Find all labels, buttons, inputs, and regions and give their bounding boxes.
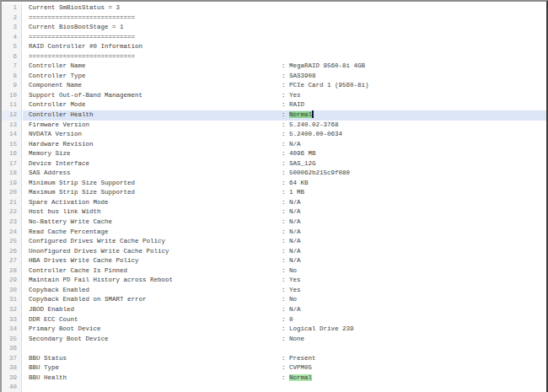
- log-line-content: RAID Controller #0 Information: [23, 42, 546, 52]
- field-value: 500062b215c9f080: [289, 169, 350, 176]
- log-line[interactable]: BBU Health: Normal39: [2, 373, 546, 384]
- line-number: 31: [2, 295, 22, 305]
- log-line[interactable]: Controller Type: SAS39088: [2, 72, 546, 82]
- log-line-content: Controller Health: Normal: [23, 110, 546, 121]
- log-line[interactable]: RAID Controller #0 Information5: [2, 42, 546, 52]
- log-line[interactable]: Controller Health: Normal12: [2, 110, 546, 121]
- log-line[interactable]: Firmware Version: 5.240.02-376813: [2, 121, 546, 131]
- log-line-content: Component Name: PCIe Card 1 (9560-8i): [23, 81, 546, 91]
- log-line-content: [23, 383, 546, 392]
- field-label: JBOD Enabled: [29, 305, 74, 315]
- line-number: 19: [2, 179, 22, 189]
- log-line[interactable]: Maximum Strip Size Supported: 1 MB20: [2, 188, 546, 198]
- field-value: CVPM05: [289, 364, 312, 371]
- line-number: 5: [2, 42, 22, 52]
- log-line[interactable]: Device Interface: SAS_12G17: [2, 159, 546, 169]
- log-line[interactable]: ============================4: [2, 33, 546, 43]
- field-label: BBU Health: [29, 373, 67, 384]
- log-line[interactable]: DDR ECC Count: 033: [2, 315, 546, 325]
- log-line[interactable]: Component Name: PCIe Card 1 (9560-8i)9: [2, 81, 546, 91]
- field-value-column: : N/A: [282, 237, 301, 247]
- log-line[interactable]: Controller Cache Is Pinned: No28: [2, 266, 546, 277]
- log-line[interactable]: NVDATA Version: 5.2400.00-063414: [2, 130, 546, 140]
- field-value: No: [289, 296, 297, 303]
- line-number: 11: [2, 100, 22, 110]
- line-number: 1: [2, 3, 22, 13]
- log-line[interactable]: Primary Boot Device: Logical Drive 23934: [2, 325, 546, 335]
- line-number: 22: [2, 207, 22, 217]
- field-label: Maximum Strip Size Supported: [29, 188, 135, 198]
- field-value-column: : No: [282, 295, 297, 305]
- field-label: Controller Type: [29, 72, 86, 82]
- log-line[interactable]: 40: [2, 383, 546, 392]
- line-number: 20: [2, 188, 22, 198]
- log-line[interactable]: Host bus link Width: N/A22: [2, 207, 546, 217]
- field-value: Present: [289, 355, 316, 362]
- log-line[interactable]: Unonfigured Drives Write Cache Policy: N…: [2, 247, 546, 257]
- log-line[interactable]: Memory Size: 4096 MB16: [2, 149, 546, 159]
- log-line[interactable]: 36: [2, 344, 546, 354]
- line-number: 30: [2, 286, 22, 296]
- log-line[interactable]: Copyback Enabled: Yes30: [2, 286, 546, 296]
- log-text: ============================: [29, 52, 135, 62]
- log-line-content: SAS Address: 500062b215c9f080: [23, 169, 546, 179]
- log-line-content: Support Out-of-Band Management: Yes: [23, 91, 546, 101]
- line-number: 26: [2, 247, 22, 257]
- line-number: 28: [2, 266, 22, 277]
- log-line[interactable]: Secondary Boot Device: None35: [2, 335, 546, 345]
- line-number: 6: [2, 52, 22, 62]
- field-value: 5.240.02-3768: [289, 121, 339, 128]
- line-number: 16: [2, 149, 22, 159]
- field-label: Support Out-of-Band Management: [29, 91, 142, 101]
- field-value: RAID: [289, 101, 304, 108]
- log-line[interactable]: BBU Type: CVPM0538: [2, 363, 546, 373]
- log-line-content: Minimum Strip Size Supported: 64 KB: [23, 179, 546, 189]
- log-line[interactable]: Current BiosBootStage = 13: [2, 23, 546, 33]
- log-line-content: Current SmBiosStatus = 3: [23, 3, 546, 13]
- field-value-column: : N/A: [282, 247, 301, 257]
- field-label: NVDATA Version: [29, 130, 82, 140]
- log-line[interactable]: ============================6: [2, 52, 546, 62]
- field-value: Yes: [289, 287, 301, 293]
- line-number: 3: [2, 23, 22, 33]
- log-line[interactable]: Maintain PD Fail History across Reboot: …: [2, 276, 546, 286]
- log-line[interactable]: HBA Drives Write Cache Policy: N/A27: [2, 256, 546, 266]
- field-value-column: : N/A: [282, 256, 301, 266]
- line-number: 23: [2, 217, 22, 228]
- log-line[interactable]: Read Cache Percentage: N/A24: [2, 228, 546, 238]
- log-line[interactable]: Hardware Revision: N/A15: [2, 140, 546, 150]
- log-line[interactable]: Configured Drives Write Cache Policy: N/…: [2, 237, 546, 247]
- log-line[interactable]: Spare Activation Mode: N/A21: [2, 198, 546, 208]
- log-line[interactable]: BBU Status: Present37: [2, 354, 546, 364]
- log-line[interactable]: Controller Name: MegaRAID 9560-8i 4GB7: [2, 62, 546, 72]
- field-label: Hardware Revision: [29, 140, 94, 150]
- line-number: 37: [2, 354, 22, 364]
- field-value-column: : 64 KB: [282, 179, 309, 189]
- log-line-content: HBA Drives Write Cache Policy: N/A: [23, 256, 546, 266]
- field-value-column: : N/A: [282, 198, 301, 208]
- line-number: 24: [2, 228, 22, 238]
- log-line[interactable]: Current SmBiosStatus = 31: [2, 3, 546, 13]
- field-value: N/A: [289, 141, 301, 148]
- field-label: Component Name: [29, 81, 82, 91]
- log-line[interactable]: Support Out-of-Band Management: Yes10: [2, 91, 546, 101]
- field-value: N/A: [289, 238, 301, 244]
- log-line[interactable]: JBOD Enabled: N/A32: [2, 305, 546, 315]
- log-line[interactable]: No-Battery Write Cache: N/A23: [2, 217, 546, 228]
- field-value: 0: [289, 316, 293, 323]
- field-value: N/A: [289, 218, 301, 225]
- field-value-column: : CVPM05: [282, 363, 312, 373]
- log-line[interactable]: Minimum Strip Size Supported: 64 KB19: [2, 179, 546, 189]
- field-value-column: : N/A: [282, 305, 301, 315]
- field-value: N/A: [289, 306, 301, 313]
- log-line[interactable]: Controller Mode: RAID11: [2, 100, 546, 110]
- field-value-column: : 1 MB: [282, 188, 304, 198]
- log-line[interactable]: Copyback Enabled on SMART error: No31: [2, 295, 546, 305]
- log-line-content: ============================: [23, 52, 546, 62]
- log-line[interactable]: SAS Address: 500062b215c9f08018: [2, 169, 546, 179]
- line-number: 12: [2, 110, 22, 121]
- line-number: 17: [2, 159, 22, 169]
- log-text: Current SmBiosStatus = 3: [29, 3, 120, 13]
- log-line[interactable]: ============================2: [2, 13, 546, 24]
- line-number: 39: [2, 373, 22, 384]
